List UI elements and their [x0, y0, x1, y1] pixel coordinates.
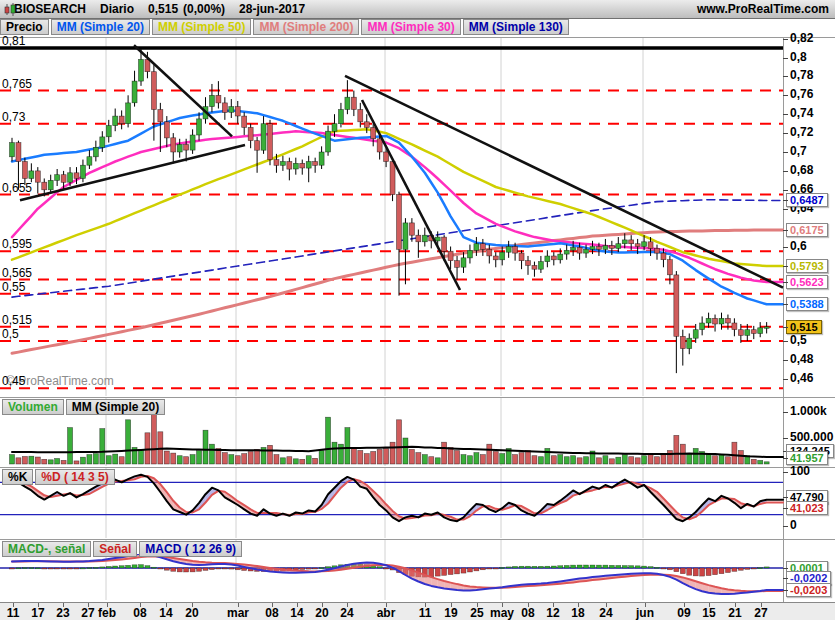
macd-histogram-bar[interactable] — [629, 566, 634, 568]
candle-body[interactable] — [55, 175, 60, 181]
macd-histogram-bar[interactable] — [706, 568, 711, 576]
candle-body[interactable] — [10, 143, 15, 157]
volume-bar[interactable] — [106, 456, 111, 464]
volume-bar[interactable] — [648, 455, 653, 464]
candle-body[interactable] — [113, 116, 118, 126]
candle-body[interactable] — [358, 110, 363, 122]
candle-body[interactable] — [448, 251, 453, 261]
volume-bar[interactable] — [377, 449, 382, 464]
macd-histogram-bar[interactable] — [661, 568, 666, 569]
volume-bar[interactable] — [390, 442, 395, 464]
volume-bar[interactable] — [571, 456, 576, 464]
candle-body[interactable] — [455, 261, 460, 268]
volume-bar[interactable] — [616, 457, 621, 464]
candle-body[interactable] — [274, 160, 279, 166]
macd-histogram-bar[interactable] — [738, 568, 743, 570]
macd-histogram-bar[interactable] — [732, 568, 737, 571]
volume-bar[interactable] — [409, 449, 414, 464]
ma-legend-tab[interactable]: MM (Simple 30) — [361, 19, 460, 35]
volume-bar[interactable] — [177, 456, 182, 464]
macd-histogram-bar[interactable] — [642, 566, 647, 568]
candle-body[interactable] — [132, 81, 137, 103]
candle-body[interactable] — [164, 122, 169, 138]
candle-body[interactable] — [261, 124, 266, 151]
ma-legend-tab[interactable]: MM (Simple 130) — [463, 19, 569, 35]
candle-body[interactable] — [513, 247, 518, 254]
macd-histogram-bar[interactable] — [713, 568, 718, 575]
macd-histogram-bar[interactable] — [203, 568, 208, 570]
macd-histogram-bar[interactable] — [48, 568, 53, 569]
volume-bar[interactable] — [171, 453, 176, 464]
volume-bar[interactable] — [338, 444, 343, 464]
macd-histogram-bar[interactable] — [519, 566, 524, 568]
macd-histogram-bar[interactable] — [242, 568, 247, 571]
macd-histogram-bar[interactable] — [558, 566, 563, 568]
macd-histogram-bar[interactable] — [190, 568, 195, 572]
stoch-tab[interactable]: %K — [2, 469, 33, 485]
volume-bar[interactable] — [74, 461, 79, 464]
macd-histogram-bar[interactable] — [590, 565, 595, 568]
volume-bar[interactable] — [629, 457, 634, 464]
macd-histogram-bar[interactable] — [100, 567, 105, 568]
macd-histogram-bar[interactable] — [16, 568, 21, 569]
macd-histogram-bar[interactable] — [113, 566, 118, 568]
volume-bar[interactable] — [422, 455, 427, 464]
candle-body[interactable] — [313, 162, 318, 166]
candle-body[interactable] — [532, 265, 537, 269]
volume-bar[interactable] — [16, 458, 21, 464]
candle-body[interactable] — [371, 127, 376, 138]
candle-body[interactable] — [145, 59, 150, 71]
macd-histogram-bar[interactable] — [667, 568, 672, 570]
macd-histogram-bar[interactable] — [500, 568, 505, 569]
candle-body[interactable] — [184, 144, 189, 150]
volume-bar[interactable] — [48, 460, 53, 464]
candle-body[interactable] — [87, 157, 92, 166]
candle-body[interactable] — [493, 256, 498, 260]
volume-bar[interactable] — [442, 442, 447, 464]
candle-body[interactable] — [190, 135, 195, 150]
price-panel[interactable] — [0, 38, 784, 396]
macd-histogram-bar[interactable] — [693, 568, 698, 576]
macd-histogram-bar[interactable] — [551, 566, 556, 568]
candle-body[interactable] — [635, 244, 640, 247]
candle-body[interactable] — [667, 260, 672, 275]
candle-body[interactable] — [719, 318, 724, 324]
candle-body[interactable] — [526, 261, 531, 266]
macd-histogram-bar[interactable] — [455, 568, 460, 574]
macd-histogram-bar[interactable] — [151, 567, 156, 568]
candle-body[interactable] — [680, 336, 685, 348]
candle-body[interactable] — [61, 175, 66, 183]
candle-body[interactable] — [700, 323, 705, 330]
candle-body[interactable] — [248, 127, 253, 140]
volume-bar[interactable] — [577, 458, 582, 464]
volume-bar[interactable] — [493, 452, 498, 465]
volume-bar[interactable] — [487, 444, 492, 464]
ma-legend-tab[interactable]: MM (Simple 50) — [152, 19, 251, 35]
volume-bar[interactable] — [203, 430, 208, 464]
candle-body[interactable] — [500, 252, 505, 260]
candle-body[interactable] — [35, 171, 40, 182]
candle-body[interactable] — [725, 318, 730, 323]
macd-tab[interactable]: MACD-, señal — [2, 541, 91, 557]
volume-bar[interactable] — [384, 448, 389, 464]
stochastic-panel[interactable] — [0, 468, 784, 538]
macd-histogram-bar[interactable] — [319, 568, 324, 569]
candle-body[interactable] — [706, 318, 711, 323]
candle-body[interactable] — [332, 124, 337, 132]
volume-bar[interactable] — [280, 458, 285, 464]
macd-histogram-bar[interactable] — [725, 568, 730, 573]
volume-bar[interactable] — [364, 454, 369, 464]
macd-histogram-bar[interactable] — [61, 568, 66, 569]
candle-body[interactable] — [687, 338, 692, 348]
volume-bar[interactable] — [287, 457, 292, 464]
volume-bar[interactable] — [119, 457, 124, 464]
volume-bar[interactable] — [35, 457, 40, 464]
macd-histogram-bar[interactable] — [538, 566, 543, 568]
macd-histogram-bar[interactable] — [448, 568, 453, 575]
macd-histogram-bar[interactable] — [87, 568, 92, 569]
candle-body[interactable] — [648, 242, 653, 249]
macd-histogram-bar[interactable] — [132, 565, 137, 568]
volume-bar[interactable] — [435, 458, 440, 464]
candle-body[interactable] — [351, 97, 356, 109]
macd-histogram-bar[interactable] — [74, 568, 79, 569]
